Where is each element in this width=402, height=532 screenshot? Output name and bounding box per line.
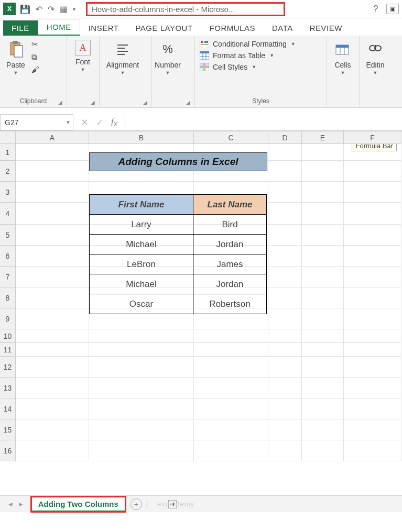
cell-first-name-4[interactable]: Oscar [90, 294, 193, 314]
cell-first-name-1[interactable]: Michael [90, 235, 193, 254]
cell-F10[interactable] [344, 329, 401, 343]
touch-mode-icon[interactable]: ▦ [60, 4, 68, 14]
column-header-F[interactable]: F [344, 131, 401, 144]
cell-D16[interactable] [268, 440, 302, 461]
cell-A2[interactable] [16, 161, 89, 182]
tab-insert[interactable]: INSERT [80, 20, 127, 36]
ribbon-display-icon[interactable]: ▣ [386, 4, 399, 14]
cell-A1[interactable] [16, 144, 89, 161]
number-button[interactable]: % Number ▼ [155, 38, 180, 75]
cell-A12[interactable] [16, 357, 89, 378]
cell-D4[interactable] [268, 203, 302, 225]
cell-D11[interactable] [268, 343, 302, 357]
cell-E3[interactable] [302, 182, 344, 203]
cell-E10[interactable] [302, 329, 344, 343]
format-as-table-button[interactable]: Format as Table▼ [199, 51, 274, 60]
dialog-launcher-icon[interactable]: ◢ [186, 99, 190, 105]
cell-C16[interactable] [194, 440, 268, 461]
column-header-C[interactable]: C [194, 131, 268, 144]
row-header-2[interactable]: 2 [0, 161, 16, 182]
tab-page-layout[interactable]: PAGE LAYOUT [127, 20, 201, 36]
undo-icon[interactable]: ↶ [36, 4, 42, 14]
scroll-left-icon[interactable]: ◄ [168, 500, 177, 508]
cell-first-name-2[interactable]: LeBron [90, 254, 193, 274]
cell-last-name-4[interactable]: Robertson [193, 294, 267, 314]
cell-B12[interactable] [89, 357, 194, 378]
horizontal-scroll[interactable]: ◄ [153, 500, 402, 508]
sheet-next-icon[interactable]: ► [18, 501, 24, 508]
row-header-12[interactable]: 12 [0, 357, 16, 378]
cell-D15[interactable] [268, 419, 302, 440]
chevron-down-icon[interactable]: ▼ [66, 119, 71, 125]
cell-A14[interactable] [16, 398, 89, 419]
dialog-launcher-icon[interactable]: ◢ [58, 99, 62, 105]
cell-E5[interactable] [302, 225, 344, 246]
tab-data[interactable]: DATA [264, 20, 301, 36]
cell-F11[interactable] [344, 343, 401, 357]
cell-A15[interactable] [16, 419, 89, 440]
cell-last-name-3[interactable]: Jordan [193, 274, 267, 294]
header-first-name[interactable]: First Name [90, 195, 193, 215]
cell-F4[interactable] [344, 203, 401, 225]
row-header-14[interactable]: 14 [0, 398, 16, 419]
cell-E13[interactable] [302, 378, 344, 398]
cell-F8[interactable] [344, 287, 401, 308]
cell-A6[interactable] [16, 246, 89, 267]
sheet-title-cell[interactable]: Adding Columns in Excel [89, 152, 267, 171]
cell-F13[interactable] [344, 378, 401, 398]
cell-F3[interactable] [344, 182, 401, 203]
cell-E1[interactable] [302, 144, 344, 161]
cell-E9[interactable] [302, 308, 344, 329]
cell-B10[interactable] [89, 329, 194, 343]
sheet-tab-active[interactable]: Adding Two Columns [31, 497, 125, 512]
cell-B14[interactable] [89, 398, 194, 419]
cell-styles-button[interactable]: Cell Styles▼ [199, 63, 256, 71]
cell-B11[interactable] [89, 343, 194, 357]
cell-E7[interactable] [302, 267, 344, 287]
dialog-launcher-icon[interactable]: ◢ [91, 99, 95, 105]
alignment-button[interactable]: Alignment ▼ [103, 38, 143, 75]
cell-A5[interactable] [16, 225, 89, 246]
cell-first-name-0[interactable]: Larry [90, 215, 193, 235]
copy-icon[interactable]: ⧉ [31, 52, 39, 62]
paste-button[interactable]: Paste ▼ [3, 38, 28, 75]
cell-F12[interactable] [344, 357, 401, 378]
row-header-4[interactable]: 4 [0, 203, 16, 225]
cell-E2[interactable] [302, 161, 344, 182]
cell-F6[interactable] [344, 246, 401, 267]
cell-F9[interactable] [344, 308, 401, 329]
cell-E11[interactable] [302, 343, 344, 357]
cell-F1[interactable] [344, 144, 401, 161]
redo-icon[interactable]: ↷ [48, 4, 55, 14]
cell-A3[interactable] [16, 182, 89, 203]
dialog-launcher-icon[interactable]: ◢ [143, 99, 147, 105]
row-header-11[interactable]: 11 [0, 343, 16, 357]
row-header-15[interactable]: 15 [0, 419, 16, 440]
cell-D8[interactable] [268, 287, 302, 308]
row-header-10[interactable]: 10 [0, 329, 16, 343]
cell-A16[interactable] [16, 440, 89, 461]
cell-C12[interactable] [194, 357, 268, 378]
fx-icon[interactable]: fx [111, 116, 117, 128]
format-painter-icon[interactable]: 🖌 [31, 65, 39, 74]
column-header-B[interactable]: B [89, 131, 194, 144]
cell-E14[interactable] [302, 398, 344, 419]
cell-E8[interactable] [302, 287, 344, 308]
cell-A10[interactable] [16, 329, 89, 343]
select-all-corner[interactable] [0, 131, 16, 144]
cancel-icon[interactable]: ✕ [81, 117, 89, 128]
editing-button[interactable]: Editin ▼ [363, 38, 388, 75]
column-header-D[interactable]: D [268, 131, 302, 144]
cell-D3[interactable] [268, 182, 302, 203]
font-button[interactable]: A Font ▼ [70, 38, 95, 72]
cell-B15[interactable] [89, 419, 194, 440]
tab-home[interactable]: HOME [38, 19, 80, 36]
cell-A7[interactable] [16, 267, 89, 287]
row-header-5[interactable]: 5 [0, 225, 16, 246]
cell-F14[interactable] [344, 398, 401, 419]
row-header-7[interactable]: 7 [0, 267, 16, 287]
cells-button[interactable]: Cells ▼ [330, 38, 355, 75]
cell-F2[interactable] [344, 161, 401, 182]
cell-C14[interactable] [194, 398, 268, 419]
cell-E16[interactable] [302, 440, 344, 461]
